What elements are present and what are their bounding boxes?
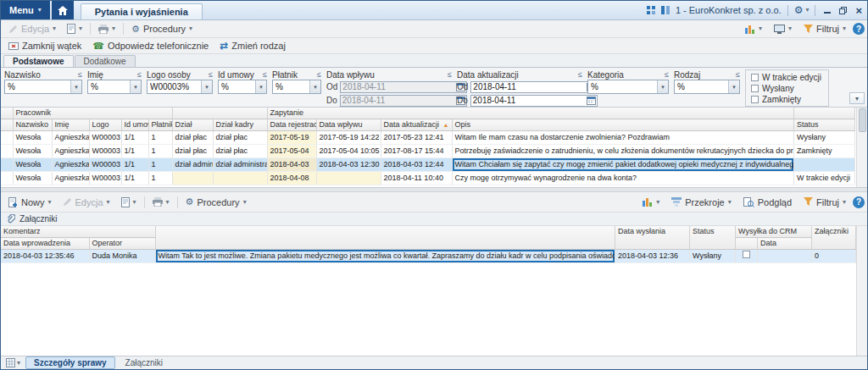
case-row-selected[interactable]: Wesoła Agnieszka W00003 1/1 1 dział admi…: [1, 158, 855, 172]
filter-operator-icon[interactable]: ≤: [578, 70, 582, 79]
id-umowy-filter-input[interactable]: [219, 80, 255, 93]
filter-button[interactable]: Filtruj ▾: [798, 196, 851, 209]
settings-button[interactable]: ⚙ ▾: [794, 5, 810, 15]
nazwisko-filter-input[interactable]: [5, 80, 70, 93]
col-data-wplywu[interactable]: Data wpływu: [316, 119, 381, 131]
screen-view-button[interactable]: ▾: [769, 23, 797, 36]
menu-button[interactable]: Menu ▾: [1, 1, 50, 19]
col-id-umowy[interactable]: Id umowy: [121, 119, 148, 131]
checkbox[interactable]: [751, 96, 759, 103]
help-button[interactable]: ?: [853, 196, 865, 208]
minimize-icon[interactable]: [824, 7, 831, 14]
col-data-rejestracji[interactable]: Data rejestracji: [267, 119, 316, 131]
close-icon[interactable]: ×: [855, 5, 862, 16]
tab-zalaczniki-bottom[interactable]: Załączniki: [118, 357, 170, 368]
filter-operator-icon[interactable]: ≤: [665, 70, 669, 79]
collapse-filter-button[interactable]: ▾: [849, 92, 865, 104]
logo-osoby-filter-input[interactable]: [147, 80, 201, 93]
comment-row-selected[interactable]: 2018-04-03 12:35:46 Duda Monika Witam Ta…: [1, 250, 856, 263]
form-icon: [67, 24, 75, 34]
chevron-down-icon[interactable]: ▾: [255, 80, 266, 93]
col-opis[interactable]: Opis: [452, 119, 794, 131]
edit-comment-button[interactable]: Edycja ▾: [58, 196, 115, 209]
col-logo[interactable]: Logo: [89, 119, 121, 131]
procedures-button[interactable]: ⚙ Procedury ▾: [126, 22, 198, 36]
col-imie[interactable]: Imię: [52, 119, 89, 131]
change-type-button[interactable]: ⇄ Zmień rodzaj: [214, 39, 291, 52]
col-platnik[interactable]: Płatnik: [148, 119, 172, 131]
filter-operator-icon[interactable]: ≤: [736, 70, 740, 79]
reply-phone-button[interactable]: ☎ Odpowiedz telefonicznie: [87, 39, 214, 52]
tab-pytania-i-wyjasnienia[interactable]: Pytania i wyjaśnienia: [81, 3, 203, 19]
kategoria-filter-input[interactable]: [588, 80, 657, 93]
form-button[interactable]: ▾: [62, 22, 87, 36]
print-button[interactable]: ▾: [147, 196, 175, 208]
filter-operator-icon[interactable]: ≤: [137, 70, 142, 79]
tab-dodatkowe[interactable]: Dodatkowe: [75, 55, 136, 67]
vertical-scrollbar[interactable]: [856, 226, 867, 356]
maximize-icon[interactable]: [839, 7, 847, 14]
col-status[interactable]: Status: [794, 119, 855, 131]
chart-button[interactable]: ▾: [740, 23, 767, 36]
filter-button[interactable]: Filtruj ▾: [798, 22, 851, 36]
imie-filter-input[interactable]: [88, 80, 130, 93]
scrollbar-thumb[interactable]: [859, 108, 866, 132]
col-data-wyslania[interactable]: Data wysłania: [615, 226, 690, 250]
col-zalaczniki[interactable]: Załączniki: [812, 226, 856, 250]
band-pracownik[interactable]: Pracownik: [13, 108, 172, 119]
procedures-button[interactable]: ⚙ Procedury ▾: [181, 196, 252, 209]
rodzaj-filter-input[interactable]: [675, 80, 728, 93]
data-wplywu-od-input[interactable]: [341, 82, 456, 91]
case-row[interactable]: Wesoła Agnieszka W00003 1/1 1 2018-04-08…: [1, 172, 855, 185]
vertical-scrollbar[interactable]: [856, 108, 867, 187]
checkbox[interactable]: [751, 74, 759, 81]
col-crm-data[interactable]: Data: [758, 238, 812, 250]
col-nazwisko[interactable]: Nazwisko: [13, 119, 52, 131]
col-dzial-kadry[interactable]: Dział kadry: [213, 119, 267, 131]
form-button[interactable]: ▾: [116, 196, 142, 209]
filter-operator-icon[interactable]: ≤: [78, 70, 82, 79]
help-button[interactable]: ?: [853, 23, 865, 35]
chevron-down-icon[interactable]: ▾: [70, 80, 81, 93]
chevron-down-icon[interactable]: ▾: [728, 80, 739, 93]
band-komentarz[interactable]: Komentarz: [1, 226, 155, 238]
chevron-down-icon[interactable]: ▾: [130, 80, 141, 93]
tab-podstawowe[interactable]: Podstawowe: [3, 55, 74, 67]
filter-operator-icon[interactable]: ≤: [263, 70, 267, 79]
filter-operator-icon[interactable]: ≤: [448, 70, 452, 79]
crm-checkbox[interactable]: [743, 251, 750, 258]
chevron-down-icon[interactable]: ▾: [657, 80, 668, 93]
chevron-down-icon[interactable]: ▾: [309, 80, 320, 93]
data-aktualizacji-do-input[interactable]: [471, 96, 587, 105]
edit-button[interactable]: Edycja ▾: [3, 22, 61, 36]
band-wysylka-do-crm[interactable]: Wysyłka do CRM: [736, 226, 812, 238]
print-button[interactable]: ▾: [93, 23, 120, 36]
chart-icon: [745, 25, 755, 34]
col-dzial[interactable]: Dział: [172, 119, 213, 131]
apps-grid-icon[interactable]: [647, 6, 655, 14]
col-data-wprowadzenia[interactable]: Data wprowadzenia: [1, 238, 89, 250]
close-thread-button[interactable]: Zamknij wątek: [3, 39, 86, 52]
new-button[interactable]: Nowy ▾: [3, 196, 57, 209]
col-data-aktualizacji[interactable]: ▲Data aktualizacji: [381, 119, 452, 131]
band-zapytanie[interactable]: Zapytanie: [267, 108, 794, 119]
data-wplywu-do-input[interactable]: [341, 96, 456, 105]
checkbox[interactable]: [751, 85, 759, 92]
columns-icon[interactable]: [661, 6, 670, 14]
col-status[interactable]: Status: [690, 226, 736, 250]
platnik-filter-input[interactable]: [273, 80, 309, 93]
tab-szczegoly-sprawy[interactable]: Szczegóły sprawy: [25, 356, 115, 369]
chart-button[interactable]: ▾: [637, 196, 665, 208]
filter-operator-icon[interactable]: ≤: [317, 70, 321, 79]
col-operator[interactable]: Operator: [89, 238, 155, 250]
filter-operator-icon[interactable]: ≤: [209, 70, 213, 79]
view-selector-button[interactable]: ▾: [3, 358, 23, 367]
preview-button[interactable]: Podgląd: [738, 196, 797, 209]
home-button[interactable]: [52, 1, 74, 19]
case-row[interactable]: Wesoła Agnieszka W00003 1/1 1 dział płac…: [1, 131, 855, 145]
case-row[interactable]: Wesoła Agnieszka W00003 1/1 1 dział płac…: [1, 145, 855, 158]
attachments-expander[interactable]: Załączniki: [1, 213, 867, 226]
data-aktualizacji-od-input[interactable]: [471, 82, 587, 91]
chevron-down-icon[interactable]: ▾: [201, 80, 212, 93]
sections-button[interactable]: Przekroje ▾: [666, 196, 736, 209]
